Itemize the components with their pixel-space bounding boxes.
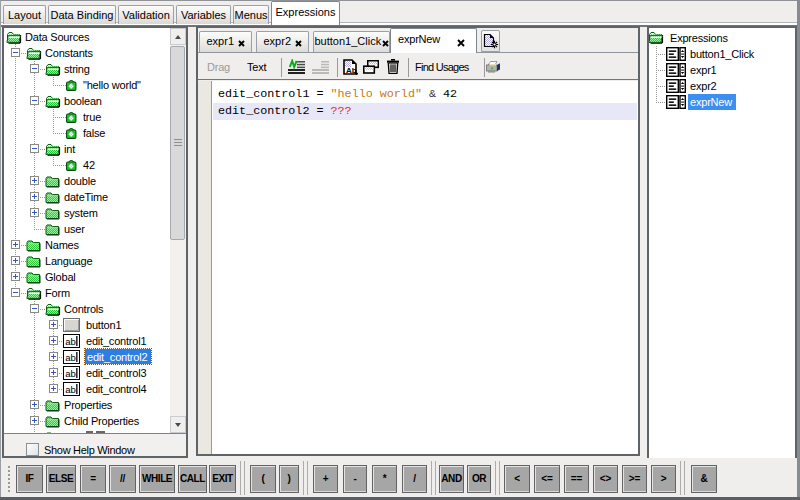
svg-text:ab: ab: [65, 384, 76, 395]
svg-text:ab: ab: [65, 352, 76, 363]
svg-text:ab: ab: [65, 336, 76, 347]
svg-text:ab: ab: [65, 368, 76, 379]
